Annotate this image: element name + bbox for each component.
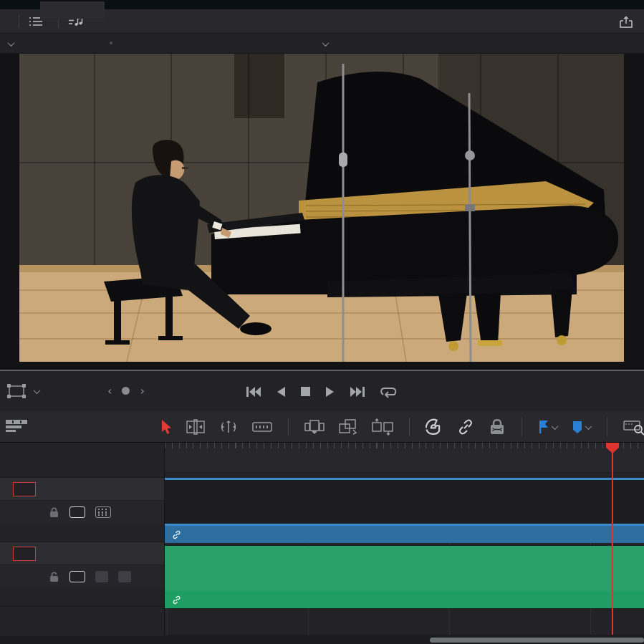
piano-performance-scene	[19, 54, 624, 362]
position-lock-toggle[interactable]	[489, 418, 506, 436]
video-track-badge[interactable]	[13, 482, 36, 496]
play-button[interactable]	[325, 386, 335, 398]
auto-select-toggle[interactable]	[69, 506, 85, 518]
track-lock-icon[interactable]	[49, 571, 59, 582]
overwrite-clip-button[interactable]	[339, 418, 357, 436]
timeline-view-options-icon[interactable]	[6, 419, 29, 435]
audio-track-badge[interactable]	[13, 547, 36, 561]
mute-button[interactable]	[118, 571, 131, 582]
play-reverse-button[interactable]	[276, 386, 286, 398]
link-icon	[172, 595, 181, 605]
track-header-column	[0, 478, 165, 644]
snapping-magnet-toggle[interactable]	[426, 418, 443, 436]
add-flag-button[interactable]	[538, 420, 557, 434]
edit-toolbar	[0, 412, 644, 443]
timeline-selector[interactable]	[0, 34, 644, 54]
insert-clip-button[interactable]	[304, 418, 325, 436]
horizontal-scrollbar[interactable]	[0, 636, 644, 644]
go-to-start-button[interactable]	[246, 386, 261, 398]
replace-clip-button[interactable]	[372, 418, 393, 436]
quick-export-button[interactable]	[620, 9, 638, 34]
chevron-down-icon[interactable]	[552, 423, 559, 430]
track-lock-icon[interactable]	[49, 506, 59, 518]
davinci-resolve-edit-page: ‹ ›	[0, 0, 644, 644]
divider	[607, 418, 607, 436]
stop-button[interactable]	[300, 386, 311, 397]
transport-bar: ‹ ›	[0, 371, 644, 412]
chevron-down-icon[interactable]	[585, 423, 592, 430]
add-marker-button[interactable]	[572, 420, 591, 434]
playhead-line-ruler	[612, 443, 613, 636]
playhead-timecode-display[interactable]	[0, 443, 165, 478]
trim-edit-mode-tool[interactable]	[186, 419, 205, 435]
divider	[288, 418, 289, 436]
solo-button[interactable]	[95, 571, 108, 582]
selection-mode-tool[interactable]	[159, 419, 172, 435]
dynamic-trim-mode-tool[interactable]	[219, 419, 238, 435]
ruler-ticks	[165, 443, 644, 448]
scrollbar-thumb[interactable]	[430, 638, 644, 643]
audio-track-header[interactable]	[0, 542, 164, 607]
video-track-header[interactable]	[0, 478, 164, 542]
auto-select-toggle[interactable]	[69, 571, 85, 582]
video-clip-thumbnails	[165, 478, 644, 526]
timeline-panel	[0, 443, 644, 644]
audio-clip-count	[0, 588, 164, 606]
full-extent-zoom-button[interactable]	[623, 418, 644, 436]
video-clip-count	[0, 524, 164, 542]
video-frame-piano-performance	[19, 54, 624, 362]
timeline-ruler[interactable]	[165, 443, 644, 473]
loop-button[interactable]	[380, 385, 398, 398]
razor-blade-tool[interactable]	[252, 419, 272, 435]
export-tray-icon	[620, 16, 633, 28]
flag-icon	[538, 420, 549, 434]
audio-waveform	[165, 546, 644, 591]
chevron-down-icon	[322, 39, 330, 47]
link-icon	[172, 530, 181, 539]
go-to-end-button[interactable]	[350, 386, 365, 398]
source-timecode-field[interactable]	[40, 1, 105, 19]
timeline-lanes[interactable]	[165, 478, 644, 644]
timeline-viewer	[0, 54, 644, 370]
marker-icon	[572, 420, 583, 434]
thumbnail-view-toggle[interactable]	[95, 506, 111, 518]
audio-clip[interactable]	[165, 546, 644, 607]
divider	[522, 418, 522, 436]
divider	[19, 15, 19, 28]
divider	[409, 418, 410, 436]
linked-selection-toggle[interactable]	[457, 418, 474, 436]
video-clip[interactable]	[165, 478, 644, 543]
